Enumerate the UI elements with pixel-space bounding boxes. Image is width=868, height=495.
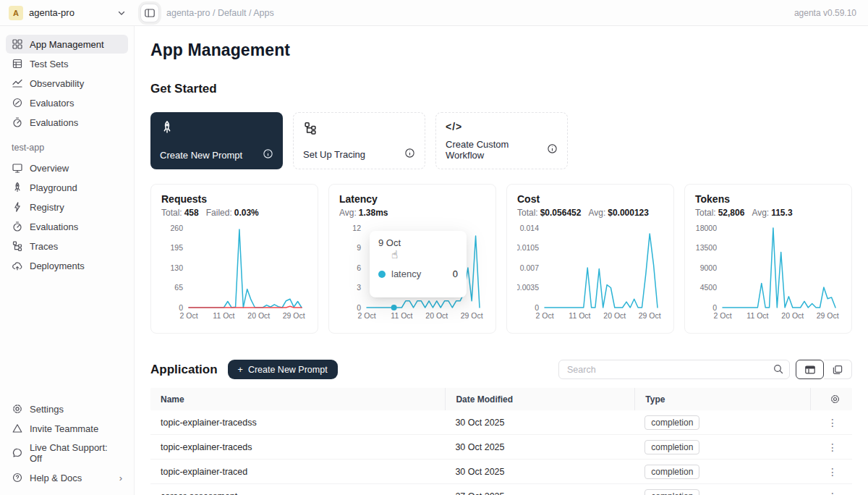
cloud-icon [12,260,23,271]
table-row[interactable]: topic-explainer-traced 30 Oct 2025 compl… [150,460,852,484]
svg-text:2 Oct: 2 Oct [535,311,553,320]
table-row[interactable]: topic-explainer-tracedss 30 Oct 2025 com… [150,410,852,435]
sidebar-item-observability[interactable]: Observability [6,74,128,93]
application-header: Application + Create New Prompt [150,360,852,379]
sidebar-item-label: App Management [30,39,104,50]
column-header-date-modified: Date Modified [445,388,634,410]
sidebar-item-evaluations[interactable]: Evaluations [6,113,128,132]
app-name: topic-explainer-traced [150,467,445,477]
metrics-row: Requests Total:458 Failed:0.03% 06513019… [150,184,852,334]
breadcrumb[interactable]: agenta-pro / Default / Apps [166,8,274,18]
svg-text:29 Oct: 29 Oct [461,311,483,320]
sidebar-item-registry[interactable]: Registry [6,198,128,216]
requests-chart-card: Requests Total:458 Failed:0.03% 06513019… [150,184,318,334]
speedometer-icon [12,221,23,232]
chart-tooltip: 9 Oct latency 0 [370,231,467,297]
create-new-prompt-button[interactable]: + Create New Prompt [228,360,338,379]
app-date: 30 Oct 2025 [445,442,634,452]
svg-text:29 Oct: 29 Oct [283,311,305,320]
svg-text:11 Oct: 11 Oct [569,311,590,320]
chart-title: Tokens [695,193,841,205]
table-icon [12,58,23,69]
hand-cursor-icon: ☝ [391,248,398,261]
create-new-prompt-card[interactable]: Create New Prompt [150,112,283,169]
sidebar-item-help-docs[interactable]: Help & Docs › [6,468,128,487]
rocket-icon [160,120,273,138]
tooltip-date: 9 Oct [378,237,458,248]
sidebar-collapse-button[interactable] [140,4,159,22]
sidebar-app-section-label: test-app [12,143,122,153]
svg-text:0: 0 [535,303,539,312]
sidebar-item-deployments[interactable]: Deployments [6,256,128,275]
workspace-switcher[interactable]: A agenta-pro [0,6,135,20]
column-header-type: Type [634,388,810,410]
svg-text:0: 0 [179,303,183,312]
chart-stats: Total:$0.056452 Avg:$0.000123 [517,208,663,218]
code-icon: </> [446,121,558,132]
cost-chart-card: Cost Total:$0.056452 Avg:$0.000123 00.00… [506,184,674,334]
svg-text:0.0105: 0.0105 [517,243,539,252]
info-icon[interactable] [404,148,415,161]
sidebar-item-label: Settings [30,404,64,415]
table-view-button[interactable] [796,360,824,379]
sidebar-item-traces[interactable]: Traces [6,237,128,255]
row-menu-button[interactable]: ⋮ [825,466,841,478]
svg-text:4500: 4500 [700,283,718,292]
svg-text:29 Oct: 29 Oct [639,311,661,320]
sidebar-item-test-sets[interactable]: Test Sets [6,54,128,73]
sidebar-item-label: Observability [30,78,84,89]
svg-text:0: 0 [712,303,717,312]
sidebar-item-settings[interactable]: Settings [6,399,128,418]
table-row[interactable]: topic-explainer-traceds 30 Oct 2025 comp… [150,435,852,460]
svg-text:65: 65 [174,283,183,292]
line-chart-icon [12,77,23,89]
app-name: career-assessment [150,491,445,495]
set-up-tracing-card[interactable]: Set Up Tracing [293,112,425,169]
sidebar-item-label: Evaluators [30,98,74,109]
tokens-chart[interactable]: 04500900013500180002 Oct11 Oct20 Oct29 O… [695,222,841,325]
sidebar-item-evaluators[interactable]: Evaluators [6,93,128,112]
sidebar-item-label: Playground [30,182,77,193]
page-title: App Management [150,41,852,60]
sidebar-item-label: Registry [30,202,64,213]
svg-text:0.014: 0.014 [520,224,539,232]
table-row[interactable]: career-assessment 27 Oct 2025 completion… [150,484,852,495]
info-icon[interactable] [547,143,558,156]
sidebar-item-live-chat[interactable]: Live Chat Support: Off [6,439,128,468]
sidebar-item-invite-teammate[interactable]: Invite Teammate [6,419,128,438]
tree-icon [303,121,415,138]
svg-text:20 Oct: 20 Oct [425,311,448,320]
chat-bubble-icon [12,447,23,459]
grid-icon [12,38,23,50]
row-menu-button[interactable]: ⋮ [825,417,841,428]
type-badge: completion [644,440,699,454]
svg-text:11 Oct: 11 Oct [391,311,412,320]
sidebar-item-playground[interactable]: Playground [6,178,128,197]
column-settings[interactable] [810,388,852,410]
cost-chart[interactable]: 00.00350.0070.01050.0142 Oct11 Oct20 Oct… [517,222,663,325]
latency-chart-card: Latency Avg:1.38ms 0369122 Oct11 Oct20 O… [328,184,496,334]
info-icon[interactable] [263,148,273,161]
card-view-button[interactable] [824,360,852,379]
app-date: 30 Oct 2025 [445,467,634,477]
app-name: topic-explainer-traceds [150,442,445,452]
sidebar-item-overview[interactable]: Overview [6,158,128,177]
svg-text:9: 9 [357,243,361,252]
chevron-down-icon [117,9,126,17]
svg-text:12: 12 [352,224,361,232]
card-label: Set Up Tracing [303,149,365,160]
app-name: topic-explainer-tracedss [150,418,445,428]
sidebar-item-app-evaluations[interactable]: Evaluations [6,217,128,236]
svg-text:11 Oct: 11 Oct [746,311,768,320]
row-menu-button[interactable]: ⋮ [825,441,841,453]
search-input[interactable] [558,360,790,379]
sidebar-item-app-management[interactable]: App Management [6,35,128,54]
row-menu-button[interactable]: ⋮ [825,491,841,495]
workspace-name: agenta-pro [29,7,75,18]
app-date: 27 Oct 2025 [445,491,634,495]
create-custom-workflow-card[interactable]: </> Create Custom Workflow [435,112,568,169]
requests-chart[interactable]: 0651301952602 Oct11 Oct20 Oct29 Oct [161,222,307,325]
plus-icon: + [238,365,243,375]
sidebar-item-label: Live Chat Support: Off [30,442,122,464]
get-started-heading: Get Started [150,82,852,96]
